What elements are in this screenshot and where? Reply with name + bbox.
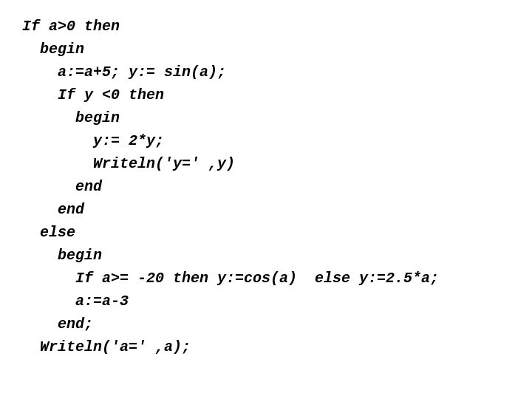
line-2: begin (22, 38, 439, 61)
line-7: begin (22, 106, 439, 129)
line-14: begin (22, 244, 439, 267)
line-16: If a>= -20 then y:=cos(a) else y:=2.5*a; (22, 267, 439, 290)
line-12: end (22, 198, 439, 221)
code-display: If a>0 then begin a:=a+5; y:= sin(a); If… (22, 15, 439, 358)
line-19: Writeln('a=' ,a); (22, 335, 439, 358)
line-5: If y <0 then (22, 83, 439, 106)
line-17: a:=a-3 (22, 290, 439, 313)
line-18: end; (22, 313, 439, 335)
line-13: else (22, 221, 439, 244)
line-8: y:= 2*y; (22, 129, 439, 152)
line-1: If a>0 then (22, 15, 439, 38)
line-11: end (22, 175, 439, 198)
line-3: a:=a+5; y:= sin(a); (22, 61, 439, 83)
line-10: Writeln('y=' ,y) (22, 152, 439, 175)
